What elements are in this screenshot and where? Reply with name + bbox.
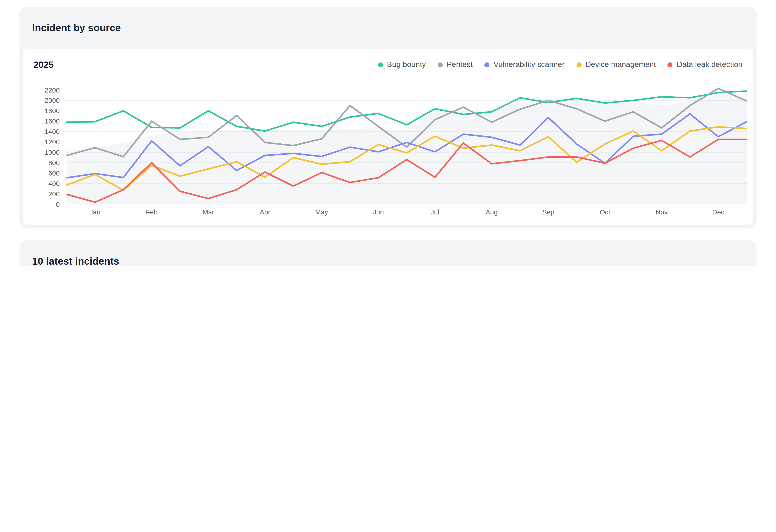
chart-year-label: 2025 bbox=[33, 59, 53, 70]
svg-text:Apr: Apr bbox=[260, 208, 270, 216]
svg-text:1400: 1400 bbox=[44, 128, 60, 135]
svg-text:Mar: Mar bbox=[203, 208, 214, 216]
legend-item-device-management[interactable]: Device management bbox=[576, 60, 656, 69]
latest-incidents-panel: 10 latest incidents Incident Classificat… bbox=[19, 240, 757, 266]
chart-background-band bbox=[67, 95, 747, 204]
svg-text:Feb: Feb bbox=[146, 208, 158, 216]
svg-text:1200: 1200 bbox=[44, 138, 60, 146]
svg-text:1800: 1800 bbox=[44, 107, 60, 115]
dashboard: Incident by source 2025 Bug bountyPentes… bbox=[0, 0, 776, 266]
svg-text:1000: 1000 bbox=[44, 149, 60, 156]
legend-dot bbox=[378, 62, 383, 67]
legend-item-data-leak-detection[interactable]: Data leak detection bbox=[668, 60, 743, 69]
chart-panel-title: Incident by source bbox=[32, 22, 121, 34]
legend-item-pentest[interactable]: Pentest bbox=[437, 60, 472, 69]
svg-text:Jan: Jan bbox=[89, 208, 101, 216]
svg-text:0: 0 bbox=[56, 201, 60, 208]
chart-card: 2025 Bug bountyPentestVulnerability scan… bbox=[23, 49, 753, 225]
svg-text:2000: 2000 bbox=[44, 97, 60, 104]
svg-text:Dec: Dec bbox=[712, 208, 724, 216]
svg-text:May: May bbox=[315, 208, 328, 216]
legend-label: Device management bbox=[585, 60, 656, 69]
svg-text:Oct: Oct bbox=[600, 208, 610, 216]
incident-chart: 0200400600800100012001400160018002000220… bbox=[23, 71, 753, 225]
svg-text:Sep: Sep bbox=[542, 208, 554, 216]
svg-text:2200: 2200 bbox=[44, 86, 60, 94]
chart-panel-heading: Incident by source bbox=[19, 7, 757, 49]
legend-dot bbox=[576, 62, 581, 67]
legend-dot bbox=[437, 62, 442, 67]
svg-text:400: 400 bbox=[48, 180, 60, 187]
incident-by-source-panel: Incident by source 2025 Bug bountyPentes… bbox=[19, 7, 757, 228]
legend-label: Pentest bbox=[446, 60, 472, 69]
legend-item-vulnerability-scanner[interactable]: Vulnerability scanner bbox=[484, 60, 565, 69]
svg-text:200: 200 bbox=[48, 190, 60, 198]
svg-text:800: 800 bbox=[48, 159, 60, 166]
chart-header: 2025 Bug bountyPentestVulnerability scan… bbox=[23, 49, 753, 71]
incidents-panel-title: 10 latest incidents bbox=[32, 255, 119, 266]
svg-text:1600: 1600 bbox=[44, 118, 60, 125]
svg-text:Jun: Jun bbox=[373, 208, 384, 216]
svg-text:Jul: Jul bbox=[431, 208, 439, 216]
svg-text:600: 600 bbox=[48, 169, 60, 177]
chart-legend: Bug bountyPentestVulnerability scannerDe… bbox=[378, 60, 743, 69]
svg-text:Nov: Nov bbox=[655, 208, 667, 216]
legend-label: Bug bounty bbox=[387, 60, 426, 69]
legend-label: Vulnerability scanner bbox=[494, 60, 565, 69]
legend-dot bbox=[484, 62, 490, 67]
incidents-panel-heading: 10 latest incidents bbox=[19, 240, 757, 266]
svg-text:Aug: Aug bbox=[486, 208, 498, 216]
legend-dot bbox=[668, 62, 673, 67]
legend-item-bug-bounty[interactable]: Bug bounty bbox=[378, 60, 426, 69]
legend-label: Data leak detection bbox=[677, 60, 743, 69]
